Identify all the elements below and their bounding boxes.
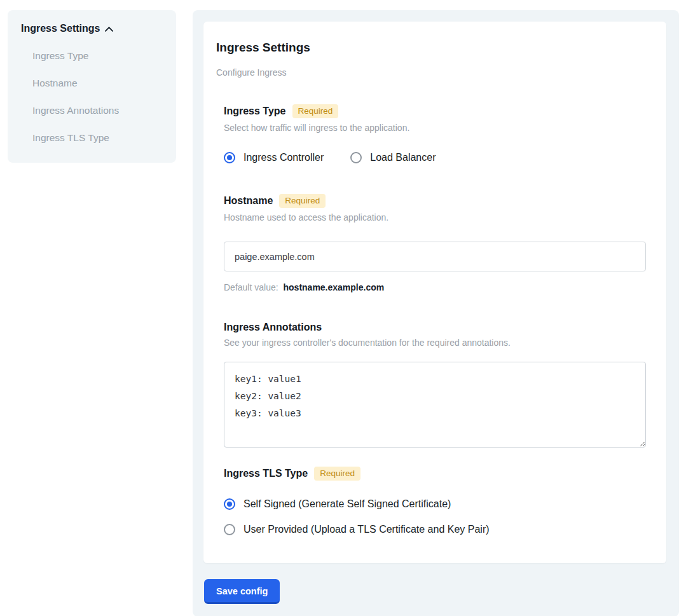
- ingress-type-options: Ingress Controller Load Balancer: [224, 152, 646, 163]
- ingress-tls-type-group: Ingress TLS Type Required Self Signed (G…: [224, 467, 646, 535]
- radio-option-user-provided[interactable]: User Provided (Upload a TLS Certificate …: [224, 524, 646, 535]
- ingress-type-group: Ingress Type Required Select how traffic…: [224, 104, 646, 163]
- main-panel: Ingress Settings Configure Ingress Ingre…: [193, 10, 679, 616]
- hostname-description: Hostname used to access the application.: [224, 212, 646, 222]
- radio-unselected-icon: [350, 152, 362, 163]
- required-badge: Required: [292, 104, 339, 118]
- ingress-tls-type-label-row: Ingress TLS Type Required: [224, 467, 646, 481]
- ingress-tls-type-label: Ingress TLS Type: [224, 468, 308, 479]
- hostname-label-row: Hostname Required: [224, 194, 646, 208]
- hostname-default-line: Default value: hostname.example.com: [224, 282, 646, 292]
- hostname-group: Hostname Required Hostname used to acces…: [224, 194, 646, 292]
- ingress-tls-type-options: Self Signed (Generate Self Signed Certif…: [224, 498, 646, 535]
- ingress-annotations-group: Ingress Annotations See your ingress con…: [224, 322, 646, 448]
- sidebar-item-hostname[interactable]: Hostname: [32, 78, 166, 89]
- save-config-button[interactable]: Save config: [204, 579, 280, 604]
- ingress-annotations-label: Ingress Annotations: [224, 322, 322, 333]
- hostname-label: Hostname: [224, 195, 273, 207]
- card-sections: Ingress Type Required Select how traffic…: [216, 104, 646, 535]
- ingress-annotations-textarea[interactable]: key1: value1 key2: value2 key3: value3: [224, 362, 646, 448]
- ingress-type-label: Ingress Type: [224, 106, 286, 117]
- ingress-type-label-row: Ingress Type Required: [224, 104, 646, 118]
- ingress-type-description: Select how traffic will ingress to the a…: [224, 123, 646, 133]
- sidebar-item-ingress-annotations[interactable]: Ingress Annotations: [32, 105, 166, 116]
- card-title: Ingress Settings: [216, 41, 646, 55]
- sidebar-header-label: Ingress Settings: [21, 23, 100, 34]
- radio-selected-icon: [224, 152, 235, 163]
- radio-label: User Provided (Upload a TLS Certificate …: [244, 524, 490, 535]
- ingress-settings-card: Ingress Settings Configure Ingress Ingre…: [203, 22, 666, 563]
- hostname-default-value: hostname.example.com: [284, 282, 385, 292]
- radio-option-ingress-controller[interactable]: Ingress Controller: [224, 152, 324, 163]
- sidebar: Ingress Settings Ingress Type Hostname I…: [8, 10, 176, 163]
- chevron-up-icon: [105, 27, 113, 32]
- required-badge: Required: [279, 194, 326, 208]
- sidebar-nav: Ingress Type Hostname Ingress Annotation…: [21, 50, 166, 144]
- sidebar-item-ingress-tls-type[interactable]: Ingress TLS Type: [32, 132, 166, 144]
- card-subtitle: Configure Ingress: [216, 67, 646, 78]
- radio-label: Self Signed (Generate Self Signed Certif…: [244, 498, 451, 510]
- page: Ingress Settings Ingress Type Hostname I…: [0, 0, 693, 616]
- radio-label: Load Balancer: [370, 152, 436, 163]
- hostname-input[interactable]: [224, 242, 646, 271]
- radio-selected-icon: [224, 498, 235, 510]
- hostname-default-prefix: Default value:: [224, 282, 278, 292]
- ingress-annotations-label-row: Ingress Annotations: [224, 322, 646, 333]
- sidebar-item-ingress-type[interactable]: Ingress Type: [32, 50, 166, 62]
- radio-label: Ingress Controller: [244, 152, 324, 163]
- required-badge: Required: [314, 467, 360, 481]
- sidebar-header-ingress-settings[interactable]: Ingress Settings: [21, 23, 166, 34]
- radio-option-self-signed[interactable]: Self Signed (Generate Self Signed Certif…: [224, 498, 646, 510]
- radio-unselected-icon: [224, 524, 235, 535]
- ingress-annotations-description: See your ingress controller's documentat…: [224, 338, 646, 348]
- radio-option-load-balancer[interactable]: Load Balancer: [350, 152, 436, 163]
